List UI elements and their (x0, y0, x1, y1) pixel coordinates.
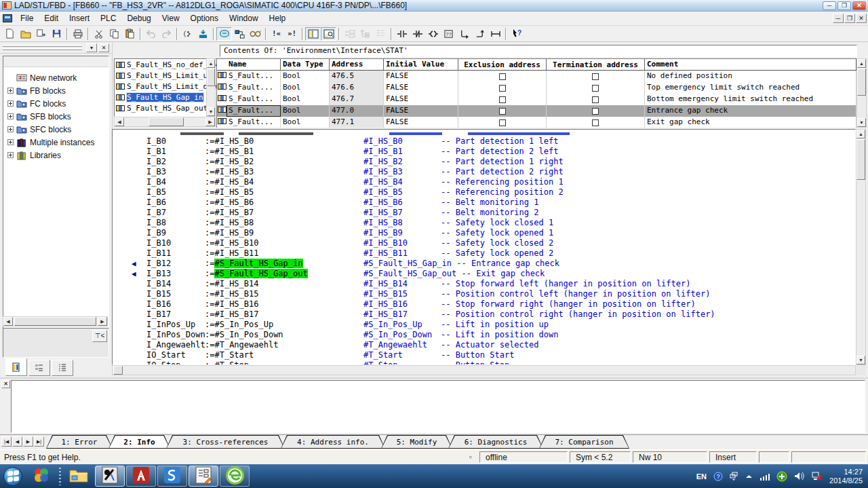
cell-termination-checkbox[interactable] (547, 105, 645, 117)
declaration-list-item[interactable]: S_Fault_HS_Gap_out (115, 102, 216, 113)
antivirus-tray-icon[interactable] (776, 471, 787, 482)
explorer-taskbar-button[interactable] (64, 466, 94, 487)
sidebar-item-fb-blocks[interactable]: FB blocks (7, 84, 108, 97)
restore-button[interactable]: ❐ (837, 1, 851, 10)
mdi-close-button[interactable]: ✕ (856, 14, 867, 23)
code-hscrollbar[interactable] (112, 365, 856, 375)
declaration-list-item[interactable]: S_Fault_HS_Gap_in (115, 92, 216, 102)
sidebar-hscrollbar[interactable]: ◀▶ (3, 316, 108, 326)
cell-address[interactable]: 476.5 (330, 71, 384, 82)
table-row[interactable]: S_Fault...Bool476.6FALSETop emergency li… (217, 82, 856, 94)
cut-button[interactable] (91, 27, 106, 41)
code-line[interactable]: I_InPos_Up:=#S_In_Pos_Up#S_In_Pos_Up -- … (113, 320, 855, 330)
cell-name[interactable]: S_Fault... (226, 71, 281, 82)
expander-icon[interactable] (7, 139, 14, 145)
adobe-reader-taskbar-button[interactable] (126, 466, 156, 487)
output-tab-2[interactable]: 2: Info (108, 435, 170, 449)
expander-icon[interactable] (7, 100, 14, 107)
cell-termination-checkbox[interactable] (547, 94, 645, 105)
menu-options[interactable]: Options (185, 12, 224, 24)
mdi-minimize-button[interactable]: ─ (833, 14, 844, 23)
termination-checkbox[interactable] (592, 119, 599, 126)
tab-scroll-prev-button[interactable]: ◀ (12, 436, 22, 447)
column-header-comment[interactable]: Comment (645, 59, 856, 70)
code-line[interactable]: I_B0:=#I_HS_B0#I_HS_B0 -- Part detection… (113, 136, 855, 147)
table-row[interactable]: S_Fault...Bool476.7FALSEBottom emergency… (217, 94, 856, 105)
code-line[interactable]: I_B9:=#I_HS_B9#I_HS_B9 -- Safety lock op… (113, 228, 855, 238)
cell-data-type[interactable]: Bool (281, 117, 330, 128)
column-header-termination-address[interactable]: Termination address (547, 59, 645, 70)
new-button[interactable] (2, 27, 18, 41)
termination-checkbox[interactable] (592, 108, 599, 115)
mdi-restore-button[interactable]: ❐ (844, 14, 855, 23)
print-button[interactable] (70, 27, 85, 41)
tab-scroll-next-button[interactable]: ▶ (23, 436, 33, 447)
sidebar-collapse-button[interactable]: ▾ (86, 43, 97, 52)
cell-address[interactable]: 477.1 (330, 117, 384, 128)
taskbar-clock[interactable]: 14:27 2014/8/25 (829, 468, 863, 485)
output-tab-3[interactable]: 3: Cross-references (166, 435, 285, 449)
expander-icon[interactable] (7, 88, 14, 94)
termination-checkbox[interactable] (592, 96, 599, 103)
code-line[interactable]: I_B16:=#I_HS_B16#I_HS_B16 -- Stop forwar… (113, 299, 855, 309)
cell-exclusion-checkbox[interactable] (458, 71, 547, 82)
code-line[interactable]: I_B4:=#I_HS_B4#I_HS_B4 -- Referencing po… (113, 177, 855, 187)
help-tray-icon[interactable]: ? (713, 472, 723, 481)
help-cursor-button[interactable]: ? (509, 27, 524, 41)
sidebar-item-sfc-blocks[interactable]: SFC blocks (7, 123, 108, 136)
cell-comment[interactable]: Exit gap check (645, 117, 856, 128)
stl-code-editor[interactable]: I_B0:=#I_HS_B0#I_HS_B0 -- Part detection… (112, 129, 856, 365)
cell-data-type[interactable]: Bool (281, 94, 330, 105)
code-line[interactable]: I_B7:=#I_HS_B7#I_HS_B7 -- Belt monitorin… (113, 208, 855, 218)
column-header-initial-value[interactable]: Initial Value (384, 59, 458, 70)
cell-initial-value[interactable]: FALSE (384, 82, 458, 94)
exclusion-checkbox[interactable] (499, 96, 506, 103)
monitor-button[interactable] (216, 27, 232, 41)
code-vscrollbar[interactable]: ▲▼ (856, 129, 866, 365)
code-line[interactable]: I_B1:=#I_HS_B1#I_HS_B1 -- Part detection… (113, 147, 855, 157)
output-tab-6[interactable]: 6: Diagnostics (448, 435, 543, 449)
table-row[interactable]: S_Fault...Bool476.5FALSENo defined posit… (217, 71, 856, 82)
code-line[interactable]: IO_Stop:=#T_Stop#T_Stop -- Button Stop (113, 360, 855, 365)
code-line[interactable]: I_B3:=#I_HS_B3#I_HS_B3 -- Part detection… (113, 167, 855, 177)
sidebar-item-multiple-instances[interactable]: Multiple instances (7, 136, 108, 149)
drag-grip[interactable] (3, 48, 82, 50)
glasses-button[interactable] (248, 27, 263, 41)
sidebar-close-button[interactable]: ✕ (98, 43, 109, 52)
open-branch-button[interactable] (456, 27, 472, 41)
menu-view[interactable]: View (157, 12, 185, 24)
code-line[interactable]: I_B17:=#I_HS_B17#I_HS_B17 -- Position co… (113, 309, 855, 320)
code-line[interactable]: I_B2:=#I_HS_B2#I_HS_B2 -- Part detection… (113, 157, 855, 167)
empty-box-button[interactable]: ?? (441, 27, 456, 41)
code-line[interactable]: I_B14:=#I_HS_B14#I_HS_B14 -- Stop forwar… (113, 279, 855, 289)
code-line[interactable]: I_B6:=#I_HS_B6#I_HS_B6 -- Belt monitorin… (113, 198, 855, 208)
menu-file[interactable]: File (15, 12, 39, 24)
menu-insert[interactable]: Insert (64, 12, 95, 24)
column-header-name[interactable]: Name (226, 59, 281, 70)
table-row[interactable]: S_Fault...Bool477.0FALSEEntrance gap che… (217, 105, 856, 117)
signal-tray-icon[interactable] (760, 472, 770, 481)
tbranch-button[interactable] (488, 27, 503, 41)
termination-checkbox[interactable] (592, 85, 599, 92)
cell-comment[interactable]: Bottom emergency limit switch reached (645, 94, 856, 105)
sidebar-item-libraries[interactable]: Libraries (7, 149, 108, 162)
exclusion-checkbox[interactable] (499, 119, 506, 126)
code-line[interactable]: ◀I_B12:=#S_Fault_HS_Gap_in#S_Fault_HS_Ga… (113, 259, 855, 269)
browser-taskbar-button[interactable] (220, 466, 250, 487)
simatic-manager-taskbar-button[interactable] (26, 466, 56, 487)
cell-initial-value[interactable]: FALSE (384, 94, 458, 105)
output-tab-1[interactable]: 1: Error (46, 435, 113, 449)
exclusion-checkbox[interactable] (499, 108, 506, 115)
cell-name[interactable]: S_Fault... (226, 82, 281, 94)
close-button[interactable]: ✕ (852, 1, 866, 10)
cell-exclusion-checkbox[interactable] (458, 105, 547, 117)
contact-no-button[interactable] (394, 27, 410, 41)
tab-program-elements[interactable] (5, 358, 27, 376)
code-line[interactable]: I_Angewaehlt:=#T_Angewaehlt#T_Angewaehlt… (113, 340, 855, 350)
tab-call-structure[interactable] (28, 360, 50, 376)
coil-button[interactable] (425, 27, 441, 41)
cell-address[interactable]: 476.6 (330, 82, 384, 94)
expander-icon[interactable] (7, 113, 14, 119)
show-hidden-icons-button[interactable] (745, 474, 753, 479)
cell-comment[interactable]: Entrance gap check (645, 105, 856, 117)
